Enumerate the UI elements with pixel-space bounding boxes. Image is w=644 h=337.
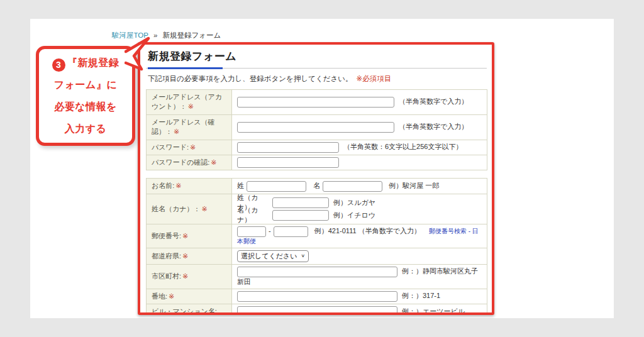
required-mark: ※ xyxy=(188,102,194,110)
callout-line-3: 必要な情報を xyxy=(39,96,132,118)
lastname-input[interactable] xyxy=(247,181,306,192)
email-label: メールアドレス（アカウント）：※ xyxy=(147,90,232,115)
callout-line-4: 入力する xyxy=(39,118,132,140)
required-mark: ※ xyxy=(182,272,188,280)
row-email-confirm: メールアドレス（確認）：※ （半角英数字で入力） xyxy=(147,114,487,140)
firstname-sublabel: 名 xyxy=(313,182,320,189)
registration-form: 新規登録フォーム 下記項目の必要事項を入力し、登録ボタンを押してください。※必須… xyxy=(140,45,492,315)
email-confirm-label: メールアドレス（確認）：※ xyxy=(147,114,232,140)
row-street: 番地:※ 例：）317-1 xyxy=(147,289,487,304)
row-name: お名前:※ 姓 名 例）駿河屋 一郎 xyxy=(147,179,487,194)
kana-last-subrow: 姓（カナ）例）スルガヤ xyxy=(237,197,482,209)
building-input[interactable] xyxy=(237,306,397,315)
password-confirm-input[interactable] xyxy=(237,157,339,168)
postal-example: 例）421-0111 （半角数字で入力） xyxy=(314,227,421,235)
callout-line-1: 3『新規登録 xyxy=(39,52,132,74)
required-mark: ※ xyxy=(202,205,208,213)
breadcrumb-separator: » xyxy=(153,31,157,39)
required-mark: ※ xyxy=(175,182,181,189)
row-kana: 姓名（カナ）：※ 姓（カナ）例）スルガヤ 名（カナ）例）イチロウ xyxy=(147,194,487,224)
page-background: 駿河屋TOP » 新規登録フォーム 新規登録フォーム 下記項目の必要事項を入力し… xyxy=(0,0,644,337)
prefecture-label: 都道府県:※ xyxy=(147,248,232,264)
postal-code-input-2[interactable] xyxy=(274,226,308,237)
postal-label: 郵便番号:※ xyxy=(147,224,232,248)
kana-first-subrow: 名（カナ）例）イチロウ xyxy=(237,209,482,221)
password-confirm-label: パスワードの確認:※ xyxy=(147,155,232,170)
required-mark: ※ xyxy=(182,252,188,260)
postal-separator: - xyxy=(269,227,271,235)
city-input[interactable] xyxy=(237,267,397,277)
password-label: パスワード:※ xyxy=(147,140,232,155)
required-mark: ※ xyxy=(211,158,216,166)
postal-code-input-1[interactable] xyxy=(237,226,266,237)
step-callout-bubble: 3『新規登録 フォーム』に 必要な情報を 入力する xyxy=(36,46,135,146)
annotation-highlight-box: 新規登録フォーム 下記項目の必要事項を入力し、登録ボタンを押してください。※必須… xyxy=(138,42,494,315)
row-city: 市区町村:※ 例：）静岡市駿河区丸子新田 xyxy=(147,264,487,289)
password-hint: （半角英数：6文字以上256文字以下） xyxy=(343,143,462,150)
row-building: ビル・マンション名: 例：）エーツービル xyxy=(147,304,487,315)
required-mark: ※ xyxy=(182,232,188,240)
building-example: 例：）エーツービル xyxy=(402,307,465,315)
form-title-block: 新規登録フォーム xyxy=(146,48,487,69)
building-label: ビル・マンション名: xyxy=(147,304,232,315)
row-password: パスワード:※ （半角英数：6文字以上256文字以下） xyxy=(147,140,487,155)
street-label: 番地:※ xyxy=(147,289,232,304)
row-postal-code: 郵便番号:※ - 例）421-0111 （半角数字で入力） 郵便番号検索 - 日… xyxy=(147,224,487,248)
callout-tail-pointer xyxy=(125,36,152,73)
row-prefecture: 都道府県:※ 選択してください∨ xyxy=(147,248,487,264)
prefecture-selected-value: 選択してください xyxy=(241,251,297,261)
required-mark: ※ xyxy=(169,292,174,300)
callout-line-2: フォーム』に xyxy=(39,74,132,96)
account-fields-table: メールアドレス（アカウント）：※ （半角英数字で入力） メールアドレス（確認）：… xyxy=(146,89,487,170)
kana-label: 姓名（カナ）：※ xyxy=(147,194,232,224)
required-note: ※必須項目 xyxy=(357,75,392,82)
street-input[interactable] xyxy=(237,291,397,302)
required-mark: ※ xyxy=(174,128,179,135)
profile-fields-table: お名前:※ 姓 名 例）駿河屋 一郎 姓名（カナ）：※ 姓（カナ）例）スルガヤ xyxy=(146,178,487,315)
name-example: 例）駿河屋 一郎 xyxy=(389,182,439,189)
chevron-down-icon: ∨ xyxy=(301,253,306,258)
required-mark: ※ xyxy=(190,143,196,151)
instruction-text: 下記項目の必要事項を入力し、登録ボタンを押してください。 xyxy=(148,75,353,82)
breadcrumb-current: 新規登録フォーム xyxy=(163,31,221,39)
name-label: お名前:※ xyxy=(147,179,232,194)
step-number-badge: 3 xyxy=(52,58,65,72)
kana-last-example: 例）スルガヤ xyxy=(333,198,375,207)
row-password-confirm: パスワードの確認:※ xyxy=(147,155,487,170)
title-underline-accent xyxy=(148,67,223,69)
email-confirm-hint: （半角英数字で入力） xyxy=(399,123,468,130)
password-input[interactable] xyxy=(237,142,339,153)
lastname-sublabel: 姓 xyxy=(237,182,244,189)
firstname-input[interactable] xyxy=(323,181,382,192)
prefecture-select[interactable]: 選択してください∨ xyxy=(237,250,309,262)
street-example: 例：）317-1 xyxy=(402,292,440,299)
form-instruction: 下記項目の必要事項を入力し、登録ボタンを押してください。※必須項目 xyxy=(148,74,487,84)
email-confirm-input[interactable] xyxy=(237,122,394,133)
email-input[interactable] xyxy=(237,97,394,108)
kana-first-sublabel: 名（カナ） xyxy=(237,206,270,224)
page-title: 新規登録フォーム xyxy=(148,49,487,64)
city-label: 市区町村:※ xyxy=(147,264,232,289)
email-hint: （半角英数字で入力） xyxy=(399,97,468,105)
kana-first-example: 例）イチロウ xyxy=(333,211,375,220)
kana-last-input[interactable] xyxy=(272,197,329,208)
row-email: メールアドレス（アカウント）：※ （半角英数字で入力） xyxy=(147,90,487,115)
kana-first-input[interactable] xyxy=(272,210,329,221)
